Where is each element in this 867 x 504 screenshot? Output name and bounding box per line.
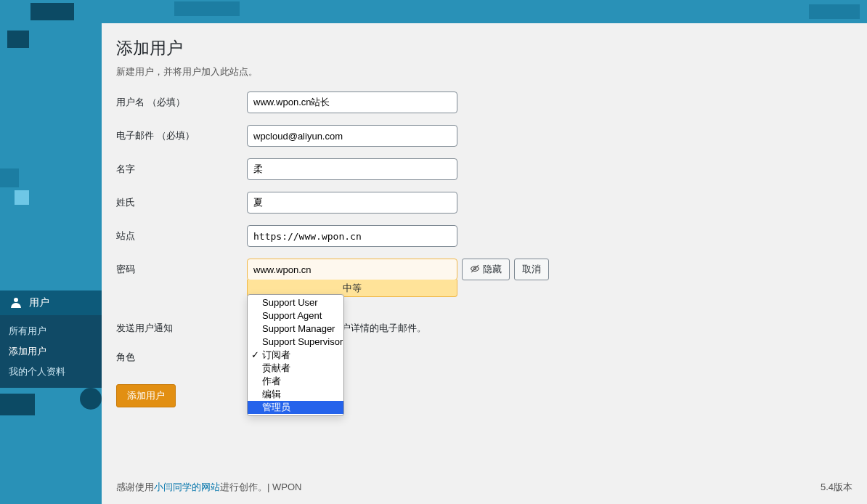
admin-footer: 感谢使用小闫同学的网站进行创作。| WPON 5.4版本 <box>102 473 867 504</box>
role-option-support-supervisor[interactable]: Support Supervisor <box>248 336 343 349</box>
footer-credits: 感谢使用小闫同学的网站进行创作。| WPON <box>116 481 301 494</box>
add-user-submit-button[interactable]: 添加用户 <box>116 384 176 407</box>
website-input[interactable] <box>247 225 457 247</box>
first-name-input[interactable] <box>247 158 457 180</box>
admin-sidebar: 用户 所有用户 添加用户 我的个人资料 <box>0 23 102 504</box>
role-option-support-manager[interactable]: Support Manager <box>248 322 343 336</box>
notify-description: 户详情的电子邮件。 <box>341 317 426 335</box>
eye-slash-icon <box>470 264 480 276</box>
footer-link[interactable]: 小闫同学的网站 <box>154 481 220 492</box>
role-option-author[interactable]: 作者 <box>248 375 343 388</box>
hide-password-button[interactable]: 隐藏 <box>462 259 510 280</box>
sidebar-item-label: 用户 <box>29 296 49 309</box>
role-option-admin[interactable]: 管理员 <box>248 401 343 414</box>
email-label: 电子邮件 （必填） <box>116 125 247 142</box>
sidebar-submenu: 所有用户 添加用户 我的个人资料 <box>0 315 102 388</box>
sidebar-sub-profile[interactable]: 我的个人资料 <box>0 362 102 382</box>
notify-label: 发送用户通知 <box>116 317 247 335</box>
sidebar-sub-all-users[interactable]: 所有用户 <box>0 321 102 341</box>
add-user-form: 用户名 （必填） 电子邮件 （必填） 名字 姓氏 站点 密码 <box>116 92 852 407</box>
role-dropdown[interactable]: Support User Support Agent Support Manag… <box>247 294 344 416</box>
footer-version: 5.4版本 <box>821 481 852 494</box>
email-input[interactable] <box>247 125 457 147</box>
page-title: 添加用户 <box>116 31 852 62</box>
page-description: 新建用户，并将用户加入此站点。 <box>116 65 852 78</box>
last-name-input[interactable] <box>247 192 457 214</box>
password-input[interactable] <box>247 259 457 280</box>
role-option-contributor[interactable]: 贡献者 <box>248 362 343 375</box>
role-option-editor[interactable]: 编辑 <box>248 388 343 401</box>
role-option-support-agent[interactable]: Support Agent <box>248 309 343 322</box>
role-option-support-user[interactable]: Support User <box>248 296 343 309</box>
website-label: 站点 <box>116 225 247 243</box>
username-label: 用户名 （必填） <box>116 92 247 109</box>
user-icon <box>9 296 23 310</box>
content-area: 添加用户 新建用户，并将用户加入此站点。 用户名 （必填） 电子邮件 （必填） … <box>102 23 867 504</box>
username-input[interactable] <box>247 92 457 113</box>
last-name-label: 姓氏 <box>116 192 247 209</box>
sidebar-item-users[interactable]: 用户 <box>0 290 102 315</box>
role-option-subscriber[interactable]: 订阅者 <box>248 349 343 362</box>
password-label: 密码 <box>116 259 247 276</box>
first-name-label: 名字 <box>116 158 247 176</box>
role-label: 角色 <box>116 346 247 364</box>
admin-top-bar <box>0 0 867 23</box>
cancel-password-button[interactable]: 取消 <box>514 259 549 280</box>
sidebar-sub-add-user[interactable]: 添加用户 <box>0 341 102 362</box>
